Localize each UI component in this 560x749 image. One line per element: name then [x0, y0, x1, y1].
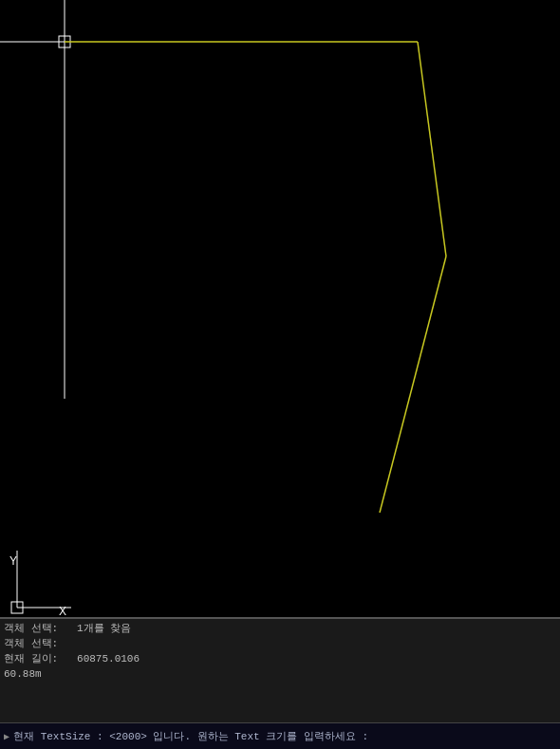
cad-canvas: Y X [0, 0, 560, 617]
svg-line-5 [380, 256, 446, 513]
command-bar[interactable]: ▶ 현재 TextSize : <2000> 입니다. 원하는 Text 크기를… [0, 722, 560, 749]
cad-svg: Y X [0, 0, 560, 617]
status-label-3: 현재 길이: [4, 653, 58, 665]
command-text: 현재 TextSize : <2000> 입니다. 원하는 Text 크기를 입… [13, 729, 368, 743]
status-label-2: 객체 선택: [4, 638, 58, 649]
status-value-4: 60.88m [4, 668, 42, 680]
command-icon: ▶ [4, 731, 9, 742]
status-bar: 객체 선택: 1개를 찾음 객체 선택: 현재 길이: 60875.0106 6… [0, 619, 560, 683]
status-line-4: 60.88m [4, 666, 556, 682]
status-line-3: 현재 길이: 60875.0106 [4, 651, 556, 666]
status-label-1: 객체 선택: [4, 623, 58, 634]
bottom-panel: 객체 선택: 1개를 찾음 객체 선택: 현재 길이: 60875.0106 6… [0, 617, 560, 749]
status-value-1: 1개를 찾음 [77, 623, 131, 634]
status-line-2: 객체 선택: [4, 636, 556, 651]
status-line-1: 객체 선택: 1개를 찾음 [4, 621, 556, 636]
svg-line-4 [418, 42, 446, 256]
command-prefix: 현재 TextSize : <2000> 입니다. 원하는 Text 크기를 입… [13, 731, 368, 742]
status-value-3: 60875.0106 [77, 653, 140, 665]
svg-text:X: X [59, 605, 66, 617]
svg-text:Y: Y [9, 554, 17, 568]
